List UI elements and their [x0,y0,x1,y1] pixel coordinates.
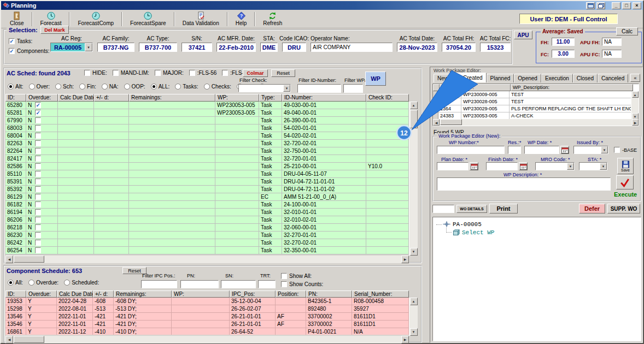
column-header[interactable]: WP: [172,290,230,298]
row-checkbox[interactable] [35,140,41,146]
scroll-left-icon[interactable]: ◀ [5,336,13,343]
scrollbar-thumb[interactable] [440,119,462,125]
radio-circle[interactable] [204,84,210,90]
filter-ipc-input[interactable] [141,280,177,288]
column-header[interactable]: Position: [276,290,306,298]
column-header[interactable]: Remainings: [114,290,172,298]
radio-circle[interactable] [102,84,108,90]
wp-tab[interactable]: Canceled [598,74,628,82]
defer-button[interactable]: Defer [579,204,605,213]
ac-sched-vscrollbar[interactable]: ▲ ▼ [409,102,418,256]
ac-sched-row[interactable]: 65281 N WP230053-005 Task 49-040-00-01 [5,109,409,117]
help-button[interactable]: ? Help [230,10,253,27]
forecast-button[interactable]: Forecast [35,10,67,27]
row-checkbox[interactable] [35,240,41,246]
column-header[interactable]: +/- d: [93,290,114,298]
column-header[interactable]: IPC_Pos: [230,290,276,298]
row-checkbox[interactable] [35,148,41,154]
column-header[interactable]: ID: [440,84,462,91]
row-checkbox[interactable] [35,232,41,238]
apu-button[interactable]: APU [514,31,532,39]
sched-radio[interactable]: NA: [102,84,119,90]
scroll-right-icon[interactable]: ▶ [632,119,639,126]
sched-radio[interactable]: Fin: [79,84,96,90]
wp-date-calendar-button[interactable] [560,146,569,154]
sched-option-checkbox[interactable]: MAND-LIM: [113,70,149,76]
close-button[interactable]: Close [4,10,30,27]
scroll-right-icon[interactable]: ▶ [401,336,409,343]
radio-circle[interactable] [64,280,70,286]
checkbox[interactable] [189,70,195,76]
wp-number-input[interactable] [437,146,505,154]
row-checkbox[interactable] [35,179,41,185]
row-checkbox[interactable] [35,125,41,131]
tree-item-aircraft[interactable]: PA-00005 [443,221,482,228]
tree-item-select-wp[interactable]: Select WP [453,229,494,236]
tas­ks-checkbox[interactable] [9,38,15,44]
radio-circle[interactable] [124,84,130,90]
column-header[interactable]: +/- d: [94,94,129,102]
column-header[interactable]: WP: [462,84,511,91]
close-window-button[interactable]: × [633,2,641,9]
row-checkbox[interactable] [35,201,41,207]
row-checkbox[interactable] [35,209,41,215]
finish-date-calendar-button[interactable] [519,162,528,170]
column-header[interactable]: Overdue: [26,94,58,102]
checkbox[interactable] [84,70,90,76]
scrollbar-thumb[interactable] [14,336,44,343]
radio-circle[interactable] [79,84,85,90]
forecastcomp-button[interactable]: ForecastComp [72,10,119,27]
ac-sched-row[interactable]: 86206 N Task 32-010-02-01 [5,216,409,224]
filter-id-input[interactable] [297,84,341,93]
ac-sched-row[interactable]: 68004 N Task 54-020-02-01 [5,132,409,140]
chevron-down-icon[interactable]: ▼ [283,85,290,92]
panel-layout-button-2[interactable] [596,2,605,9]
ac-sched-row[interactable]: 67990 N Task 26-390-00-01 [5,117,409,124]
sched-radio[interactable]: Checks: [204,84,231,90]
ac-sched-row[interactable]: 86230 N Task 32-270-01-01 [5,232,409,239]
scroll-up-icon[interactable]: ▲ [632,91,639,98]
row-checkbox[interactable] [35,194,41,200]
column-header[interactable]: Serial_Number: [352,290,409,298]
wo-details-input[interactable] [432,205,454,213]
row-selector[interactable] [433,105,438,112]
wp-grid-hscrollbar[interactable]: ◀ ▶ [433,119,639,126]
ac-sched-row[interactable]: 65280 N WP230053-005 Task 49-030-00-01 [5,102,409,109]
sched-option-checkbox[interactable]: HIDE: [84,70,107,76]
row-checkbox[interactable] [35,133,41,139]
execute-button[interactable] [616,175,634,189]
filter-sn-input[interactable] [221,280,256,288]
wp-row[interactable]: 173 WP230009-005 TEST [433,91,632,98]
ac-sched-hscrollbar[interactable]: ◀ ▶ [5,256,409,263]
forecastspare-button[interactable]: ForecastSpare [125,10,172,27]
finish-date-input[interactable] [486,162,518,170]
sched-radio[interactable]: Sch: [55,84,74,90]
radio-circle[interactable] [8,280,14,286]
radio-circle[interactable] [29,84,35,90]
scroll-right-icon[interactable]: ▶ [401,256,409,263]
wp-tab[interactable]: New [434,74,452,82]
component-hscrollbar[interactable]: ◀ ▶ [5,336,409,343]
scroll-down-icon[interactable]: ▼ [410,248,418,256]
del-mark-button[interactable]: Del Mark [40,26,69,34]
scrollbar-thumb[interactable] [14,256,44,263]
row-checkbox[interactable] [35,102,41,108]
checkbox[interactable] [113,70,119,76]
column-header[interactable]: PN: [306,290,352,298]
ac-sched-row[interactable]: 82586 N Task 25-210-00-01 Y10.0 [5,163,409,170]
radio-circle[interactable] [8,84,14,90]
wp-grid-vscrollbar[interactable]: ▲ ▼ [631,91,639,120]
mro-code-combo[interactable]: ▼ [535,162,575,170]
scroll-left-icon[interactable]: ◀ [5,256,13,263]
fh-value[interactable]: 11.00 [552,38,575,46]
sched-radio[interactable]: OOP: [124,84,145,90]
wp-tab[interactable]: Execution [541,74,573,82]
row-checkbox[interactable] [35,186,41,192]
component-radio[interactable]: Scheduled: [64,280,99,286]
ac-reg-combo[interactable]: RA-00005 ▼ [50,43,93,52]
save-button[interactable]: Save [617,158,634,174]
radio-circle[interactable] [151,84,157,90]
scroll-left-icon[interactable]: ◀ [433,119,440,126]
row-checkbox[interactable] [35,217,41,223]
scroll-down-icon[interactable]: ▼ [410,328,418,336]
